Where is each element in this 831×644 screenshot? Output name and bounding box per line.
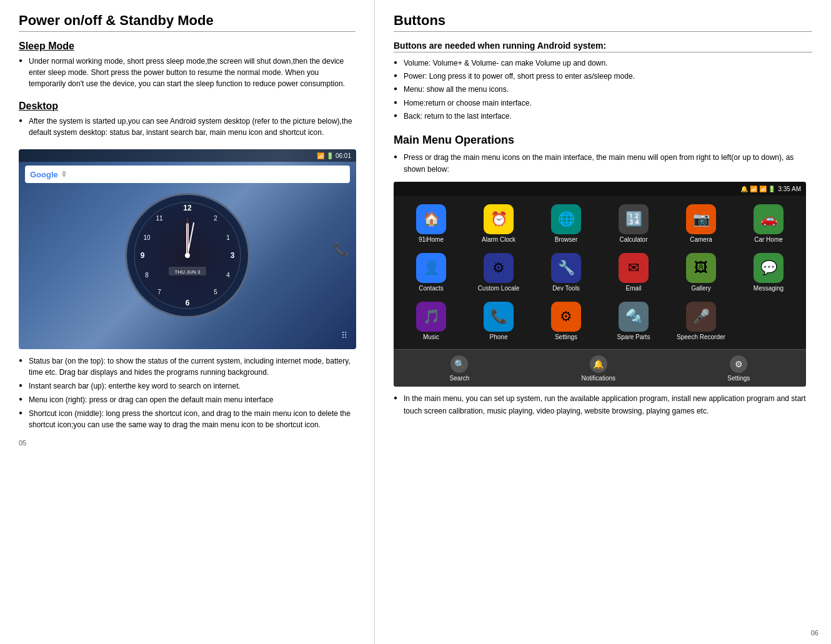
svg-text:9: 9 (141, 251, 145, 260)
desktop-heading: Desktop (19, 101, 356, 112)
right-panel: Buttons Buttons are needed when running … (375, 0, 831, 644)
app-gallery[interactable]: 🖼 Gallery (669, 249, 734, 295)
app-messaging[interactable]: 💬 Messaging (736, 249, 801, 295)
search-box[interactable]: Google 🎙 (25, 166, 350, 183)
app-music-label: Music (423, 334, 439, 340)
app-contacts-label: Contacts (419, 285, 443, 292)
buttons-section: Buttons are needed when running Android … (394, 41, 812, 122)
status-bar-text: 📶 🔋 06:01 (317, 152, 351, 159)
app-phone-label: Phone (490, 334, 508, 340)
btn-bullet-3: Menu: show all the menu icons. (394, 84, 812, 96)
app-camera-icon: 📷 (686, 204, 716, 234)
btn-bullet-5: Back: return to the last interface. (394, 111, 812, 122)
bottom-bullet-1: Status bar (on the top): to show the sta… (19, 355, 356, 378)
left-page-number: 05 (19, 437, 356, 448)
android-menu-screenshot: 🔔 📶 📶 🔋 3:35 AM 🏠 91iHome ⏰ Alarm Clock … (394, 182, 806, 387)
app-email-icon: ✉ (619, 253, 649, 283)
app-car-home[interactable]: 🚗 Car Home (736, 201, 801, 247)
app-phone[interactable]: 📞 Phone (466, 298, 531, 344)
google-logo: Google (30, 170, 58, 179)
bottom-bullet-2: Instant search bar (up): enterthe key wo… (19, 380, 356, 392)
btn-bullet-2: Power: Long press it to power off, short… (394, 71, 812, 82)
app-91ihome-icon: 🏠 (416, 204, 446, 234)
main-menu-intro: Press or drag the main menu icons on the… (394, 152, 812, 176)
app-music-icon: 🎵 (416, 302, 446, 332)
app-browser-label: Browser (555, 236, 578, 243)
svg-text:12: 12 (183, 204, 192, 212)
app-email[interactable]: ✉ Email (601, 249, 666, 295)
menu-status-icons: 🔔 📶 📶 🔋 (740, 186, 775, 192)
phone-shortcut-icon: 📞 (333, 242, 349, 257)
bottom-settings-icon: ⚙ (730, 355, 747, 373)
app-settings[interactable]: ⚙ Settings (534, 298, 599, 344)
app-calculator[interactable]: 🔢 Calculator (601, 201, 666, 247)
app-dev-tools-icon: 🔧 (551, 253, 581, 283)
svg-text:11: 11 (156, 215, 163, 222)
app-camera-label: Camera (690, 236, 712, 243)
bottom-bullet-4: Shortcut icon (middle): long press the s… (19, 408, 356, 430)
app-car-home-label: Car Home (754, 236, 783, 243)
app-91ihome[interactable]: 🏠 91iHome (399, 201, 464, 247)
bottom-bullet-3: Menu icon (right): press or drag can ope… (19, 394, 356, 405)
bottom-notifications-icon: 🔔 (590, 355, 607, 373)
bottom-search-icon: 🔍 (450, 355, 468, 373)
app-email-label: Email (625, 285, 641, 292)
buttons-heading: Buttons are needed when running Android … (394, 41, 812, 52)
app-spare-parts-label: Spare Parts (617, 334, 650, 340)
app-speech-recorder[interactable]: 🎤 Speech Recorder (669, 298, 734, 344)
app-dev-tools[interactable]: 🔧 Dev Tools (534, 249, 599, 295)
bottom-search[interactable]: 🔍 Search (450, 355, 470, 382)
app-messaging-icon: 💬 (754, 253, 784, 283)
app-custom-locale[interactable]: ⚙ Custom Locale (466, 249, 531, 295)
app-spare-parts[interactable]: 🔩 Spare Parts (601, 298, 666, 344)
app-camera[interactable]: 📷 Camera (669, 201, 734, 247)
app-browser-icon: 🌐 (551, 204, 581, 234)
svg-text:8: 8 (145, 272, 149, 279)
right-title: Buttons (394, 12, 812, 29)
search-mic-icon: 🎙 (61, 170, 68, 179)
empty-cell (736, 298, 801, 344)
menu-bottom-bar: 🔍 Search 🔔 Notifications ⚙ Settings (394, 349, 806, 387)
bottom-settings[interactable]: ⚙ Settings (727, 355, 750, 382)
svg-point-16 (185, 253, 190, 258)
app-alarm-clock[interactable]: ⏰ Alarm Clock (466, 201, 531, 247)
svg-text:2: 2 (214, 215, 217, 222)
bottom-bullets: Status bar (on the top): to show the sta… (19, 355, 356, 430)
clock-svg: 12 3 6 9 2 1 4 5 7 8 10 11 (131, 199, 244, 312)
app-alarm-clock-label: Alarm Clock (482, 236, 515, 243)
right-page-number: 06 (811, 627, 819, 638)
menu-status-bar: 🔔 📶 📶 🔋 3:35 AM (394, 182, 806, 196)
svg-text:7: 7 (157, 289, 161, 295)
app-contacts[interactable]: 👤 Contacts (399, 249, 464, 295)
app-contacts-icon: 👤 (416, 253, 446, 283)
sleep-mode-bullet-1: Under normal working mode, short press s… (19, 56, 356, 89)
bottom-search-label: Search (450, 375, 470, 382)
app-dev-tools-label: Dev Tools (552, 285, 580, 292)
app-browser[interactable]: 🌐 Browser (534, 201, 599, 247)
bottom-notifications-label: Notifications (582, 375, 615, 382)
svg-text:1: 1 (226, 234, 230, 241)
app-gallery-icon: 🖼 (686, 253, 716, 283)
sleep-mode-heading: Sleep Mode (19, 41, 356, 52)
app-spare-parts-icon: 🔩 (619, 302, 649, 332)
app-phone-icon: 📞 (484, 302, 514, 332)
clock-face: 12 3 6 9 2 1 4 5 7 8 10 11 (125, 193, 250, 318)
app-custom-locale-icon: ⚙ (484, 253, 514, 283)
empty-icon (754, 302, 784, 332)
menu-time: 3:35 AM (778, 186, 801, 192)
app-speech-recorder-icon: 🎤 (686, 302, 716, 332)
svg-text:4: 4 (226, 272, 230, 279)
svg-text:6: 6 (186, 299, 190, 307)
app-settings-icon: ⚙ (551, 302, 581, 332)
clock-container: 12 3 6 9 2 1 4 5 7 8 10 11 (19, 193, 356, 318)
screenshot-status-bar: 📶 🔋 06:01 (19, 149, 356, 162)
bottom-settings-label: Settings (727, 375, 750, 382)
menu-icons-grid: 🏠 91iHome ⏰ Alarm Clock 🌐 Browser 🔢 Calc… (394, 196, 806, 349)
app-car-home-icon: 🚗 (754, 204, 784, 234)
app-custom-locale-label: Custom Locale (478, 285, 520, 292)
app-calculator-icon: 🔢 (619, 204, 649, 234)
bottom-notifications[interactable]: 🔔 Notifications (582, 355, 615, 382)
app-music[interactable]: 🎵 Music (399, 298, 464, 344)
android-screenshot: 📶 🔋 06:01 Google 🎙 12 3 6 9 2 1 (19, 149, 356, 349)
sleep-mode-section: Sleep Mode Under normal working mode, sh… (19, 41, 356, 89)
